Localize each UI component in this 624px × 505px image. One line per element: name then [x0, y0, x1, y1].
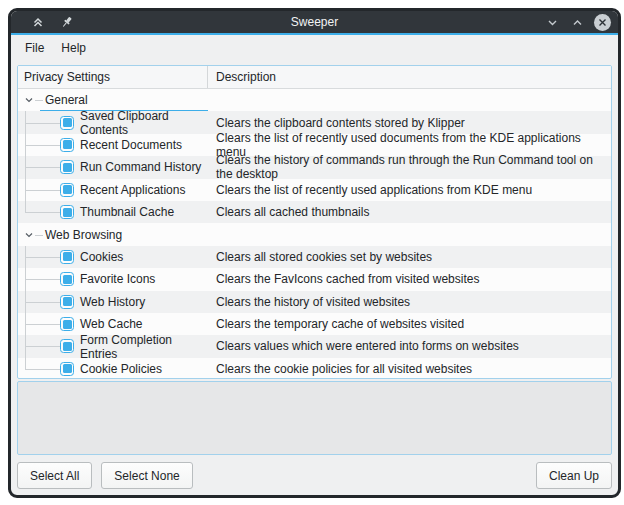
chevron-up-icon[interactable] [569, 14, 585, 30]
select-all-button[interactable]: Select All [17, 462, 92, 489]
tree-item-description: Clears all cached thumbnails [208, 201, 611, 223]
tree-branch-line [25, 279, 60, 280]
checkbox-check [63, 364, 72, 373]
group-label[interactable]: Web Browsing [45, 228, 122, 242]
checkbox[interactable] [60, 205, 74, 219]
checkbox[interactable] [60, 317, 74, 331]
checkbox-check [63, 275, 72, 284]
tree-item-description: Clears all stored cookies set by website… [208, 246, 611, 268]
checkbox[interactable] [60, 339, 74, 353]
tree-item-description: Clears the cookie policies for all visit… [208, 358, 611, 379]
tree-item-label[interactable]: Web Cache [80, 317, 142, 331]
checkbox-check [63, 208, 72, 217]
tree-branch-line [25, 212, 60, 213]
tree-branch-line [25, 145, 60, 146]
pin-icon[interactable] [59, 14, 75, 30]
expander-chevron-down-icon[interactable] [23, 94, 35, 106]
tree-group-row[interactable]: Web Browsing [18, 223, 611, 245]
column-header-description[interactable]: Description [208, 66, 611, 88]
tree-header: Privacy Settings Description [18, 66, 611, 89]
menu-help[interactable]: Help [61, 41, 86, 55]
tree-item-label[interactable]: Form Completion Entries [80, 333, 208, 361]
tree-item-description: Clears the history of visited websites [208, 291, 611, 313]
menu-file[interactable]: File [25, 41, 44, 55]
content-area: Privacy Settings Description General Sav… [11, 61, 618, 495]
privacy-settings-tree: Privacy Settings Description General Sav… [17, 65, 612, 379]
tree-branch-line [25, 190, 60, 191]
tree-item-row[interactable]: Recent Applications Clears the list of r… [18, 179, 611, 201]
tree-item-label[interactable]: Recent Applications [80, 183, 185, 197]
tree-item-row[interactable]: Cookie Policies Clears the cookie polici… [18, 358, 611, 379]
tree-item-description: Clears the list of recently used applica… [208, 179, 611, 201]
tree-branch-line [25, 324, 60, 325]
group-description-cell [208, 223, 611, 245]
tree-item-label[interactable]: Run Command History [80, 160, 201, 174]
menubar: File Help [11, 35, 618, 61]
tree-item-label[interactable]: Thumbnail Cache [80, 205, 174, 219]
tree-branch-line [25, 257, 60, 258]
checkbox[interactable] [60, 160, 74, 174]
checkbox[interactable] [60, 272, 74, 286]
checkbox[interactable] [60, 250, 74, 264]
titlebar: Sweeper [11, 11, 618, 33]
tree-item-row[interactable]: Favorite Icons Clears the FavIcons cache… [18, 268, 611, 290]
group-description-cell [208, 89, 611, 111]
tree-item-row[interactable]: Cookies Clears all stored cookies set by… [18, 246, 611, 268]
tree-branch-line [25, 123, 60, 124]
tree-item-label[interactable]: Cookie Policies [80, 362, 162, 376]
checkbox-check [63, 342, 72, 351]
tree-branch-line [25, 167, 60, 168]
app-window: Sweeper File Help Privacy Settings Descr… [8, 8, 621, 498]
tree-item-label[interactable]: Favorite Icons [80, 272, 155, 286]
checkbox[interactable] [60, 295, 74, 309]
checkbox-check [63, 185, 72, 194]
checkbox-check [63, 320, 72, 329]
tree-item-label[interactable]: Web History [80, 295, 145, 309]
checkbox[interactable] [60, 183, 74, 197]
button-row: Select All Select None Clean Up [17, 462, 612, 489]
tree-branch-line [25, 358, 26, 369]
tree-item-row[interactable]: Form Completion Entries Clears values wh… [18, 335, 611, 357]
checkbox-check [63, 252, 72, 261]
details-panel[interactable] [17, 381, 612, 455]
expander-chevron-down-icon[interactable] [23, 229, 35, 241]
tree-rows: General Saved Clipboard Contents Clears … [18, 89, 611, 379]
tree-branch-line [25, 201, 26, 212]
tree-branch-line [25, 302, 60, 303]
window-title: Sweeper [11, 15, 618, 29]
tree-item-row[interactable]: Thumbnail Cache Clears all cached thumbn… [18, 201, 611, 223]
tree-item-label[interactable]: Recent Documents [80, 138, 182, 152]
tree-branch-line [25, 369, 60, 370]
checkbox[interactable] [60, 116, 74, 130]
column-header-privacy-settings[interactable]: Privacy Settings [18, 66, 208, 88]
close-icon[interactable] [594, 14, 611, 31]
tree-item-description: Clears the FavIcons cached from visited … [208, 268, 611, 290]
checkbox-check [63, 163, 72, 172]
checkbox-check [63, 140, 72, 149]
tree-branch-line [35, 100, 43, 101]
tree-item-description: Clears the history of commands run throu… [208, 156, 611, 178]
keep-above-icon[interactable] [30, 14, 46, 30]
tree-item-description: Clears the temporary cache of websites v… [208, 313, 611, 335]
tree-branch-line [25, 346, 60, 347]
group-label[interactable]: General [45, 93, 88, 107]
tree-item-label[interactable]: Cookies [80, 250, 123, 264]
select-none-button[interactable]: Select None [101, 462, 192, 489]
checkbox-check [63, 118, 72, 127]
checkbox[interactable] [60, 362, 74, 376]
tree-branch-line [35, 235, 43, 236]
clean-up-button[interactable]: Clean Up [536, 462, 612, 489]
chevron-down-icon[interactable] [544, 14, 560, 30]
tree-item-row[interactable]: Web History Clears the history of visite… [18, 291, 611, 313]
checkbox[interactable] [60, 138, 74, 152]
tree-item-row[interactable]: Run Command History Clears the history o… [18, 156, 611, 178]
tree-item-description: Clears values which were entered into fo… [208, 335, 611, 357]
checkbox-check [63, 297, 72, 306]
tree-item-label[interactable]: Saved Clipboard Contents [80, 109, 208, 137]
